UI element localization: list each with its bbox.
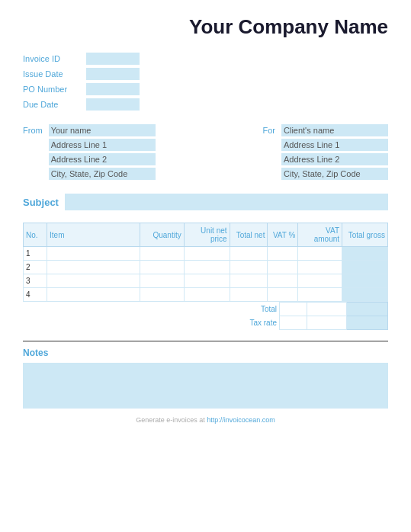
row1-no: 1 bbox=[24, 247, 47, 261]
row4-no: 4 bbox=[24, 288, 47, 302]
tax-rate-row: Tax rate bbox=[23, 316, 388, 330]
row4-total-gross[interactable] bbox=[342, 288, 388, 302]
from-fields: Your name Address Line 1 Address Line 2 … bbox=[49, 124, 156, 180]
from-name-input[interactable]: Your name bbox=[49, 124, 156, 136]
section-divider bbox=[23, 341, 388, 341]
row4-qty[interactable] bbox=[140, 288, 185, 302]
row2-vat-pct[interactable] bbox=[268, 261, 298, 274]
total-vat-pct[interactable] bbox=[280, 303, 307, 316]
col-item: Item bbox=[47, 223, 140, 247]
meta-section: Invoice ID Issue Date PO Number Due Date bbox=[23, 53, 388, 111]
row2-no: 2 bbox=[24, 261, 47, 274]
subject-label: Subject bbox=[23, 197, 59, 208]
subject-row: Subject bbox=[23, 194, 388, 210]
issue-date-input[interactable] bbox=[86, 68, 140, 80]
issue-date-label: Issue Date bbox=[23, 69, 80, 79]
for-label: For bbox=[263, 124, 276, 135]
row2-unit-price[interactable] bbox=[184, 261, 230, 274]
totals-table: Total Tax rate bbox=[23, 302, 388, 330]
row3-total-gross[interactable] bbox=[342, 274, 388, 288]
invoice-table: No. Item Quantity Unit net price Total n… bbox=[23, 223, 388, 302]
invoice-id-input[interactable] bbox=[86, 53, 140, 65]
from-block: From Your name Address Line 1 Address Li… bbox=[23, 124, 156, 180]
total-vat-amt[interactable] bbox=[307, 303, 347, 316]
row4-vat-amt[interactable] bbox=[298, 288, 342, 302]
meta-row-due-date: Due Date bbox=[23, 98, 388, 111]
col-total-net: Total net bbox=[230, 223, 268, 247]
row2-total-net[interactable] bbox=[230, 261, 268, 274]
notes-input[interactable] bbox=[23, 363, 388, 409]
total-row: Total bbox=[23, 303, 388, 316]
footer: Generate e-invoices at http://invoicocea… bbox=[23, 416, 388, 424]
row3-vat-amt[interactable] bbox=[298, 274, 342, 288]
table-row: 4 bbox=[24, 288, 388, 302]
col-total-gross: Total gross bbox=[342, 223, 388, 247]
row2-qty[interactable] bbox=[140, 261, 185, 274]
meta-row-invoice-id: Invoice ID bbox=[23, 53, 388, 65]
company-name: Your Company Name bbox=[23, 15, 388, 39]
tax-rate-label: Tax rate bbox=[246, 316, 280, 330]
footer-link[interactable]: http://invoicocean.com bbox=[207, 416, 275, 424]
col-no: No. bbox=[24, 223, 47, 247]
meta-row-po-number: PO Number bbox=[23, 83, 388, 95]
row1-vat-pct[interactable] bbox=[268, 247, 298, 261]
tax-rate-gross[interactable] bbox=[347, 316, 388, 330]
row3-qty[interactable] bbox=[140, 274, 185, 288]
row4-total-net[interactable] bbox=[230, 288, 268, 302]
row1-qty[interactable] bbox=[140, 247, 185, 261]
col-unit-price: Unit net price bbox=[184, 223, 230, 247]
row4-vat-pct[interactable] bbox=[268, 288, 298, 302]
for-fields: Client's name Address Line 1 Address Lin… bbox=[281, 124, 388, 180]
po-number-label: PO Number bbox=[23, 85, 80, 94]
invoice-table-section: No. Item Quantity Unit net price Total n… bbox=[23, 223, 388, 330]
row3-unit-price[interactable] bbox=[184, 274, 230, 288]
subject-input[interactable] bbox=[65, 194, 388, 210]
tax-rate-vat-pct[interactable] bbox=[280, 316, 307, 330]
from-label: From bbox=[23, 124, 43, 135]
for-name-input[interactable]: Client's name bbox=[281, 124, 388, 136]
row3-no: 3 bbox=[24, 274, 47, 288]
row1-vat-amt[interactable] bbox=[298, 247, 342, 261]
from-address2-input[interactable]: Address Line 2 bbox=[49, 153, 156, 165]
col-vat-pct: VAT % bbox=[268, 223, 298, 247]
row3-total-net[interactable] bbox=[230, 274, 268, 288]
po-number-input[interactable] bbox=[86, 83, 140, 95]
invoice-id-label: Invoice ID bbox=[23, 54, 80, 63]
row4-unit-price[interactable] bbox=[184, 288, 230, 302]
notes-label: Notes bbox=[23, 348, 388, 358]
table-row: 3 bbox=[24, 274, 388, 288]
row2-vat-amt[interactable] bbox=[298, 261, 342, 274]
address-section: From Your name Address Line 1 Address Li… bbox=[23, 124, 388, 180]
for-block: For Client's name Address Line 1 Address… bbox=[263, 124, 389, 180]
total-label: Total bbox=[246, 303, 280, 316]
row1-item[interactable] bbox=[47, 247, 140, 261]
due-date-input[interactable] bbox=[86, 98, 140, 111]
row2-total-gross[interactable] bbox=[342, 261, 388, 274]
meta-row-issue-date: Issue Date bbox=[23, 68, 388, 80]
col-qty: Quantity bbox=[140, 223, 185, 247]
tax-rate-vat-amt[interactable] bbox=[307, 316, 347, 330]
from-city-input[interactable]: City, State, Zip Code bbox=[49, 168, 156, 180]
table-header-row: No. Item Quantity Unit net price Total n… bbox=[24, 223, 388, 247]
col-vat-amt: VAT amount bbox=[298, 223, 342, 247]
total-gross[interactable] bbox=[347, 303, 388, 316]
row1-total-gross[interactable] bbox=[342, 247, 388, 261]
row2-item[interactable] bbox=[47, 261, 140, 274]
for-city-input[interactable]: City, State, Zip Code bbox=[281, 168, 388, 180]
due-date-label: Due Date bbox=[23, 100, 80, 109]
for-address2-input[interactable]: Address Line 2 bbox=[281, 153, 388, 165]
for-address1-input[interactable]: Address Line 1 bbox=[281, 139, 388, 151]
from-address1-input[interactable]: Address Line 1 bbox=[49, 139, 156, 151]
row1-unit-price[interactable] bbox=[184, 247, 230, 261]
table-row: 1 bbox=[24, 247, 388, 261]
row1-total-net[interactable] bbox=[230, 247, 268, 261]
row4-item[interactable] bbox=[47, 288, 140, 302]
footer-text: Generate e-invoices at bbox=[136, 416, 207, 424]
row3-item[interactable] bbox=[47, 274, 140, 288]
row3-vat-pct[interactable] bbox=[268, 274, 298, 288]
table-row: 2 bbox=[24, 261, 388, 274]
